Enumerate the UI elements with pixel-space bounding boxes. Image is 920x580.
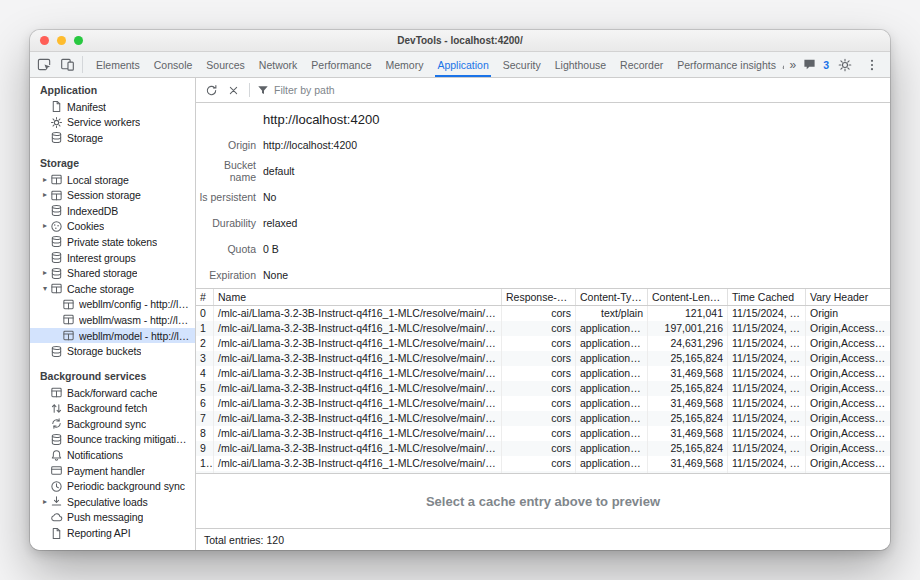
minimize-button[interactable] [57,36,66,45]
sidebar-item-speculative-loads[interactable]: ▸Speculative loads [30,494,195,510]
delete-selected-icon[interactable] [223,80,243,100]
chevron-right-icon[interactable]: ▸ [40,176,50,184]
cell-response-type: cors [502,336,576,351]
sidebar-item-storage-buckets[interactable]: Storage buckets [30,343,195,359]
table-row[interactable]: 3/mlc-ai/Llama-3.2-3B-Instruct-q4f16_1-M… [196,351,890,366]
cell-name: /mlc-ai/Llama-3.2-3B-Instruct-q4f16_1-ML… [214,336,502,351]
sidebar-item-storage[interactable]: Storage [30,130,195,146]
sidebar-item-periodic-background-sync[interactable]: Periodic background sync [30,478,195,494]
table-row[interactable]: 10/mlc-ai/Llama-3.2-3B-Instruct-q4f16_1-… [196,456,890,471]
cell-content-length: 197,001,216 [648,321,728,336]
chevron-down-icon[interactable]: ▾ [40,285,50,293]
sidebar-item-payment-handler[interactable]: Payment handler [30,463,195,479]
sidebar-item-label: Reporting API [67,527,131,539]
sidebar-item-manifest[interactable]: Manifest [30,99,195,115]
column-header-name[interactable]: Name [214,289,502,305]
table-row[interactable]: 9/mlc-ai/Llama-3.2-3B-Instruct-q4f16_1-M… [196,441,890,456]
sidebar-item-webllm-config-http-loc[interactable]: webllm/config - http://loc… [30,297,195,313]
cell-time-cached: 11/15/2024, 10… [728,351,806,366]
sidebar-item-back-forward-cache[interactable]: Back/forward cache [30,385,195,401]
table-row[interactable]: 5/mlc-ai/Llama-3.2-3B-Instruct-q4f16_1-M… [196,381,890,396]
sidebar-item-shared-storage[interactable]: ▸Shared storage [30,265,195,281]
table-row[interactable]: 7/mlc-ai/Llama-3.2-3B-Instruct-q4f16_1-M… [196,411,890,426]
sidebar-item-background-sync[interactable]: Background sync [30,416,195,432]
sidebar-item-label: Back/forward cache [67,387,157,399]
tab-sources[interactable]: Sources [199,52,252,77]
cell-: 3 [196,351,214,366]
sidebar-item-webllm-model-http-loc[interactable]: webllm/model - http://loc… [30,328,195,344]
cell-content-length: 31,469,568 [648,426,728,441]
refresh-icon[interactable] [201,80,221,100]
filter-by-path-input[interactable] [274,84,404,96]
sidebar-item-session-storage[interactable]: ▸Session storage [30,187,195,203]
chevron-right-icon[interactable]: ▸ [40,498,50,506]
chevron-right-icon[interactable]: ▸ [40,191,50,199]
tab-console[interactable]: Console [147,52,200,77]
sidebar-item-label: Push messaging [67,511,143,523]
tab-security[interactable]: Security [496,52,548,77]
column-header-[interactable]: # [196,289,214,305]
device-toolbar-icon[interactable] [56,55,78,75]
sidebar-item-label: Manifest [67,101,106,113]
filter-control [256,80,404,100]
column-header-vary-header[interactable]: Vary Header [806,289,890,305]
chevron-right-icon[interactable]: ▸ [40,222,50,230]
tabbar-right-icons: » 3 [784,52,890,77]
settings-gear-icon[interactable] [834,55,856,75]
table-row[interactable]: 1/mlc-ai/Llama-3.2-3B-Instruct-q4f16_1-M… [196,321,890,336]
sidebar-item-indexeddb[interactable]: IndexedDB [30,203,195,219]
sidebar-item-background-fetch[interactable]: Background fetch [30,401,195,417]
cache-toolbar [196,78,890,103]
tab-performance[interactable]: Performance [304,52,378,77]
tab-elements[interactable]: Elements [89,52,147,77]
cell-content-length: 25,165,824 [648,381,728,396]
table-row[interactable]: 0/mlc-ai/Llama-3.2-3B-Instruct-q4f16_1-M… [196,306,890,321]
tab-lighthouse[interactable]: Lighthouse [548,52,613,77]
tab-memory[interactable]: Memory [378,52,430,77]
column-header-time-cached[interactable]: Time Cached [728,289,806,305]
sidebar-item-webllm-wasm-http-loca[interactable]: webllm/wasm - http://loca… [30,312,195,328]
cell-time-cached: 11/15/2024, 10… [728,396,806,411]
table-row[interactable]: 2/mlc-ai/Llama-3.2-3B-Instruct-q4f16_1-M… [196,336,890,351]
tab-network[interactable]: Network [252,52,305,77]
cell-vary-header: Origin [806,306,890,321]
inspect-element-icon[interactable] [33,55,55,75]
sidebar-item-service-workers[interactable]: Service workers [30,115,195,131]
issues-badge[interactable]: 3 [803,58,829,71]
tab-performance-insights[interactable]: Performance insights [670,52,784,77]
close-button[interactable] [40,36,49,45]
sidebar-item-reporting-api[interactable]: Reporting API [30,525,195,541]
sync-icon [50,417,63,430]
sidebar-item-label: Interest groups [67,252,136,264]
preview-placeholder: Select a cache entry above to preview [196,474,890,528]
column-header-response-type[interactable]: Response-Type [502,289,576,305]
sidebar-item-notifications[interactable]: Notifications [30,447,195,463]
table-row[interactable]: 4/mlc-ai/Llama-3.2-3B-Instruct-q4f16_1-M… [196,366,890,381]
issues-count: 3 [823,59,829,71]
cell-: 6 [196,396,214,411]
column-header-content-length[interactable]: Content-Length [648,289,728,305]
tab-application[interactable]: Application [430,52,495,77]
table-row[interactable]: 6/mlc-ai/Llama-3.2-3B-Instruct-q4f16_1-M… [196,396,890,411]
cookie-icon [50,220,63,233]
more-tabs-button[interactable]: » [787,58,798,72]
sidebar-item-bounce-tracking-mitigations[interactable]: Bounce tracking mitigations [30,432,195,448]
sidebar-item-cache-storage[interactable]: ▾Cache storage [30,281,195,297]
chevron-right-icon[interactable]: ▸ [40,269,50,277]
devtools-window: DevTools - localhost:4200/ ElementsConso… [30,30,890,550]
kebab-menu-icon[interactable] [861,55,883,75]
tab-recorder[interactable]: Recorder [613,52,670,77]
sidebar-item-cookies[interactable]: ▸Cookies [30,219,195,235]
zoom-button[interactable] [74,36,83,45]
sidebar-item-push-messaging[interactable]: Push messaging [30,510,195,526]
table-icon [50,189,63,202]
table-row[interactable]: 8/mlc-ai/Llama-3.2-3B-Instruct-q4f16_1-M… [196,426,890,441]
cell-content-length: 25,165,824 [648,351,728,366]
column-header-content-type[interactable]: Content-Type [576,289,648,305]
sidebar-item-interest-groups[interactable]: Interest groups [30,250,195,266]
cell-time-cached: 11/15/2024, 10… [728,381,806,396]
sidebar-item-private-state-tokens[interactable]: Private state tokens [30,234,195,250]
window-titlebar[interactable]: DevTools - localhost:4200/ [30,30,890,52]
sidebar-item-local-storage[interactable]: ▸Local storage [30,172,195,188]
cell-: 2 [196,336,214,351]
